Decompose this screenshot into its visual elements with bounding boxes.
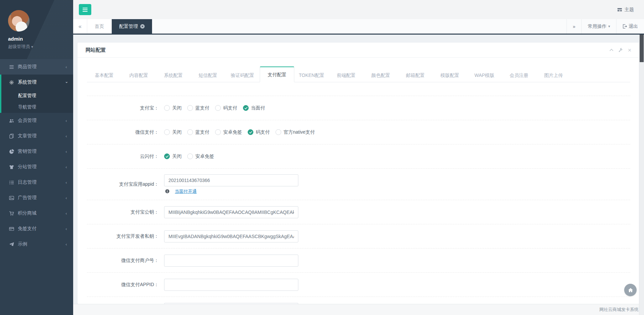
- sidebar-item-label: 示例: [18, 241, 65, 247]
- back-to-home-button[interactable]: [624, 284, 637, 296]
- collapse-panel-icon[interactable]: [609, 48, 613, 52]
- sidebar-item-substations[interactable]: 分站管理‹: [0, 159, 73, 175]
- scrollbar-thumb[interactable]: [640, 35, 644, 62]
- form-row-clipped: [87, 297, 630, 304]
- sidebar-item-label: 免签支付: [18, 226, 65, 232]
- copy-icon: [8, 134, 14, 139]
- config-tab-2[interactable]: 系统配置: [156, 69, 191, 82]
- theme-switcher[interactable]: 主题: [617, 7, 634, 13]
- info-icon: [164, 189, 170, 193]
- alipay-private-key-label: 支付宝开发者私钥：: [87, 233, 164, 239]
- config-tab-11[interactable]: WAP模版: [467, 69, 502, 82]
- users-icon: [8, 118, 14, 123]
- main-area: 主题 « 首页配置管理 » 常用操作▾ 退出 网站配置: [73, 0, 644, 315]
- config-tab-10[interactable]: 模版配置: [433, 69, 467, 82]
- config-tab-0[interactable]: 基本配置: [87, 69, 121, 82]
- logout-button[interactable]: 退出: [616, 19, 644, 34]
- sidebar-item-points-mall[interactable]: 积分商城‹: [0, 206, 73, 221]
- form-row-alipay-private-key: 支付宝开发者私钥：: [87, 224, 630, 248]
- tabs-scroll-left-button[interactable]: «: [73, 19, 87, 34]
- wrench-icon[interactable]: [618, 48, 623, 52]
- alipay-mode-option-0[interactable]: 关闭: [164, 105, 182, 111]
- sidebar-subitem-nav[interactable]: 导航管理: [1, 101, 73, 113]
- gear-icon: [8, 80, 14, 85]
- wechat-mode-option-0[interactable]: 关闭: [164, 129, 182, 135]
- logout-icon: [623, 24, 627, 29]
- radio-icon: [187, 153, 193, 159]
- sidebar-item-system[interactable]: 系统管理‹: [1, 75, 73, 90]
- radio-icon: [187, 105, 193, 111]
- radio-checked-icon: [243, 105, 249, 111]
- home-icon: [628, 288, 633, 292]
- config-tab-4[interactable]: 验证码配置: [225, 69, 260, 82]
- unionpay-mode-label: 云闪付：: [87, 153, 164, 160]
- sidebar-item-ads[interactable]: 广告管理‹: [0, 190, 73, 206]
- chevron-left-icon: ‹: [65, 226, 67, 231]
- alipay-private-key-input[interactable]: [164, 230, 298, 242]
- alipay-mode-option-2[interactable]: 码支付: [215, 105, 237, 111]
- sidebar-toggle-button[interactable]: [79, 4, 91, 15]
- radio-icon: [276, 129, 281, 135]
- sidebar-item-label: 文章管理: [18, 133, 65, 139]
- sidebar-item-members[interactable]: 会员管理‹: [0, 113, 73, 128]
- vertical-scrollbar[interactable]: [639, 35, 644, 315]
- config-tab-6[interactable]: TOKEN配置: [294, 69, 329, 82]
- config-tab-1[interactable]: 内容配置: [121, 69, 156, 82]
- sidebar-item-label: 分站管理: [18, 164, 65, 170]
- quick-actions-dropdown[interactable]: 常用操作▾: [581, 19, 616, 34]
- panel-body: 基本配置内容配置系统配置短信配置验证码配置支付配置TOKEN配置前端配置颜色配置…: [78, 58, 640, 304]
- sidebar-item-marketing[interactable]: 营销管理‹: [0, 144, 73, 159]
- wechat-mode-option-4[interactable]: 官方native支付: [276, 129, 315, 135]
- config-tab-7[interactable]: 前端配置: [329, 69, 363, 82]
- sidebar-item-label: 日志管理: [18, 179, 65, 185]
- sidebar-item-nosign-pay[interactable]: 免签支付‹: [0, 221, 73, 236]
- radio-icon: [164, 129, 170, 135]
- window-tab-config[interactable]: 配置管理: [112, 19, 152, 34]
- close-panel-icon[interactable]: ×: [628, 48, 632, 52]
- chevron-left-icon: ‹: [65, 180, 67, 185]
- wechat-mode-option-2[interactable]: 安卓免签: [215, 129, 242, 135]
- config-tab-3[interactable]: 短信配置: [191, 69, 225, 82]
- caret-down-icon: ▾: [608, 24, 610, 29]
- tabs-scroll-right-button[interactable]: »: [566, 19, 582, 34]
- wechat-merchant-id-input[interactable]: [164, 255, 298, 267]
- alipay-public-key-input[interactable]: [164, 206, 298, 218]
- tab-bar: « 首页配置管理 » 常用操作▾ 退出: [73, 19, 644, 35]
- wechat-appid-label: 微信支付APPID：: [87, 282, 164, 288]
- wechat-appid-input[interactable]: [164, 279, 298, 291]
- config-tab-12[interactable]: 会员注册: [502, 69, 536, 82]
- alipay-appid-help-link[interactable]: 当面付开通: [175, 188, 197, 194]
- config-tab-13[interactable]: 图片上传: [536, 69, 571, 82]
- radio-checked-icon: [164, 153, 170, 159]
- unionpay-mode-option-1[interactable]: 安卓免签: [187, 153, 214, 160]
- wechat-mode-option-1[interactable]: 蓝支付: [187, 129, 209, 135]
- site-config-panel: 网站配置 × 基本配置内容配置系统配置短信配置验证码配置支付配置TOKEN配置前…: [78, 43, 640, 304]
- sidebar-subitem-config[interactable]: 配置管理: [1, 90, 73, 101]
- alipay-mode-option-1[interactable]: 蓝支付: [187, 105, 209, 111]
- config-tab-9[interactable]: 邮箱配置: [398, 69, 433, 82]
- sidebar-item-goods[interactable]: 商品管理‹: [0, 59, 73, 75]
- config-tab-5[interactable]: 支付配置: [260, 66, 294, 82]
- wechat-mode-label: 微信支付：: [87, 129, 164, 135]
- radio-icon: [215, 129, 221, 135]
- sidebar-item-logs[interactable]: 日志管理‹: [0, 175, 73, 190]
- alipay-mode-option-3[interactable]: 当面付: [243, 105, 265, 111]
- unionpay-mode-option-0[interactable]: 关闭: [164, 153, 182, 160]
- wechat-mode-option-3[interactable]: 码支付: [248, 129, 270, 135]
- sidebar-item-articles[interactable]: 文章管理‹: [0, 128, 73, 144]
- alipay-appid-label: 支付宝应用appid：: [87, 181, 164, 187]
- user-role[interactable]: 超级管理员▾: [8, 44, 65, 50]
- chevron-down-icon: ‹: [64, 81, 69, 83]
- radio-label: 当面付: [251, 105, 265, 111]
- sidebar-item-example[interactable]: 示例‹: [0, 236, 73, 252]
- avatar[interactable]: [8, 10, 30, 32]
- footer-text: 网社云商城发卡系统: [599, 307, 639, 313]
- image-icon: [8, 195, 14, 200]
- form-row-unionpay-mode: 云闪付：关闭安卓免签: [87, 144, 630, 168]
- alipay-appid-input[interactable]: [164, 174, 298, 186]
- config-tab-8[interactable]: 颜色配置: [363, 69, 398, 82]
- chevron-left-icon: ‹: [65, 118, 67, 123]
- window-tab-home[interactable]: 首页: [87, 19, 112, 34]
- chevron-left-icon: ‹: [65, 149, 67, 154]
- radio-label: 码支付: [256, 129, 270, 135]
